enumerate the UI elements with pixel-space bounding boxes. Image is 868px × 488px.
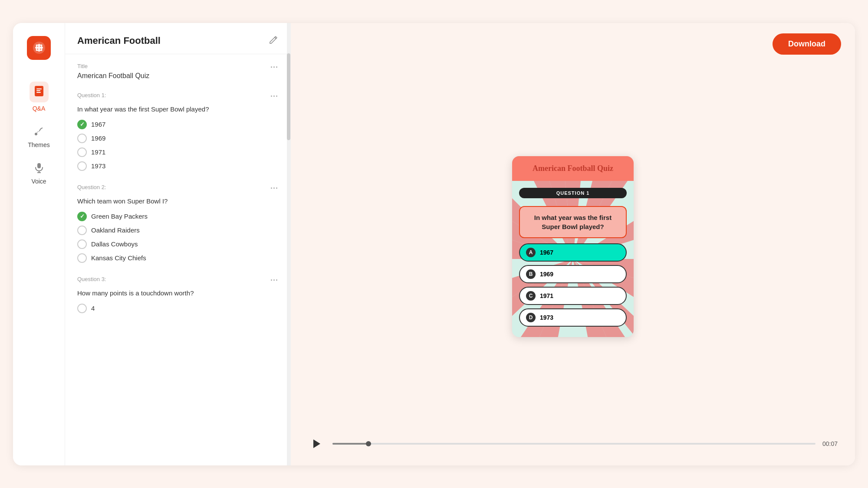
q2-answer-text-4: Kansas City Chiefs xyxy=(91,254,146,262)
time-display: 00:07 xyxy=(822,440,838,447)
q2-label-row: Question 2: ··· xyxy=(77,184,278,193)
q1-radio-4[interactable] xyxy=(77,161,87,171)
progress-fill xyxy=(332,443,371,445)
answer-letter-d: D xyxy=(526,313,536,322)
scrollable-content[interactable]: Title ··· American Football Quiz Questio… xyxy=(65,54,290,465)
question-badge: QUESTION 1 xyxy=(519,188,627,198)
answer-text-c: 1971 xyxy=(540,292,553,299)
question-2-block: Question 2: ··· Which team won Super Bow… xyxy=(77,184,278,263)
q1-label-row: Question 1: ··· xyxy=(77,92,278,101)
preview-area: Download American Football Quiz xyxy=(291,23,855,465)
question-1-block: Question 1: ··· In what year was the fir… xyxy=(77,92,278,171)
quiz-card-inner: QUESTION 1 In what year was the first Su… xyxy=(519,188,627,327)
q1-radio-2[interactable] xyxy=(77,134,87,143)
q3-dots-menu[interactable]: ··· xyxy=(270,276,278,285)
title-row: Title ··· xyxy=(77,63,278,72)
svg-rect-4 xyxy=(36,90,40,91)
preview-answer-a: A 1967 xyxy=(519,243,627,262)
main-container: Q&A Themes Voice xyxy=(13,23,855,465)
q1-dots-menu[interactable]: ··· xyxy=(270,92,278,101)
preview-content: American Football Quiz xyxy=(291,65,855,428)
q2-text: Which team won Super Bowl I? xyxy=(77,197,278,206)
panel-title: American Football xyxy=(77,35,161,46)
progress-bar[interactable] xyxy=(332,443,815,445)
question-card-text: In what year was the first Super Bowl pl… xyxy=(519,206,627,238)
sidebar-item-qna[interactable]: Q&A xyxy=(17,77,61,116)
preview-answer-b: B 1969 xyxy=(519,265,627,283)
q1-answer-3[interactable]: 1971 xyxy=(77,147,278,157)
preview-answer-d: D 1973 xyxy=(519,308,627,327)
svg-point-6 xyxy=(35,133,37,135)
q2-dots-menu[interactable]: ··· xyxy=(270,184,278,193)
player-controls: 00:07 xyxy=(291,428,855,465)
q1-answer-2[interactable]: 1969 xyxy=(77,134,278,143)
quiz-card-title: American Football Quiz xyxy=(512,156,634,181)
q1-answer-text-4: 1973 xyxy=(91,162,105,170)
answer-text-d: 1973 xyxy=(540,314,553,321)
title-section: Title ··· American Football Quiz xyxy=(77,63,278,80)
mic-icon xyxy=(33,161,45,175)
scrollbar-track[interactable] xyxy=(287,23,290,465)
title-text: American Football Quiz xyxy=(77,72,149,79)
q3-radio-1[interactable] xyxy=(77,304,87,313)
answer-text-b: 1969 xyxy=(540,271,553,278)
app-logo[interactable] xyxy=(27,36,51,60)
sidebar-item-themes[interactable]: Themes xyxy=(17,121,61,153)
q2-radio-3[interactable] xyxy=(77,239,87,249)
edit-icon[interactable] xyxy=(269,35,278,47)
answer-text-a: 1967 xyxy=(540,249,553,256)
svg-marker-30 xyxy=(313,439,320,448)
svg-rect-3 xyxy=(36,88,42,89)
q2-answer-3[interactable]: Dallas Cowboys xyxy=(77,239,278,249)
brush-icon xyxy=(33,125,45,139)
q3-label: Question 3: xyxy=(77,276,106,282)
sidebar-item-qna-label: Q&A xyxy=(33,105,46,112)
answer-letter-b: B xyxy=(526,269,536,279)
q2-answer-1[interactable]: Green Bay Packers xyxy=(77,212,278,221)
q3-answer-1[interactable]: 4 xyxy=(77,304,278,313)
progress-dot xyxy=(366,441,371,446)
q3-text: How many points is a touchdown worth? xyxy=(77,288,278,298)
q1-answer-4[interactable]: 1973 xyxy=(77,161,278,171)
answer-letter-a: A xyxy=(526,248,536,257)
q2-radio-1[interactable] xyxy=(77,212,87,221)
q1-text: In what year was the first Super Bowl pl… xyxy=(77,105,278,114)
q1-label: Question 1: xyxy=(77,92,106,98)
q2-radio-2[interactable] xyxy=(77,226,87,235)
qna-icon-bg xyxy=(30,82,49,102)
answer-letter-c: C xyxy=(526,291,536,301)
q2-radio-4[interactable] xyxy=(77,253,87,263)
q1-answer-text-2: 1969 xyxy=(91,134,105,142)
q1-answer-text-1: 1967 xyxy=(91,121,105,128)
play-icon xyxy=(311,438,323,450)
sidebar-item-themes-label: Themes xyxy=(28,141,50,148)
q1-radio-3[interactable] xyxy=(77,147,87,157)
document-icon xyxy=(33,85,45,97)
question-3-block: Question 3: ··· How many points is a tou… xyxy=(77,276,278,313)
q2-answer-text-3: Dallas Cowboys xyxy=(91,240,138,248)
questions-panel: American Football Title ··· American Foo… xyxy=(65,23,291,465)
q3-answer-text-1: 4 xyxy=(91,305,95,312)
q2-label: Question 2: xyxy=(77,184,106,190)
play-button[interactable] xyxy=(308,435,326,452)
sidebar-item-voice[interactable]: Voice xyxy=(17,157,61,189)
scrollbar-thumb[interactable] xyxy=(287,53,290,140)
panel-header: American Football xyxy=(65,23,290,54)
q3-label-row: Question 3: ··· xyxy=(77,276,278,285)
sidebar: Q&A Themes Voice xyxy=(13,23,65,465)
preview-header: Download xyxy=(291,23,855,65)
q2-answer-text-2: Oakland Raiders xyxy=(91,226,140,234)
svg-point-1 xyxy=(37,46,41,50)
preview-answer-c: C 1971 xyxy=(519,287,627,305)
q2-answer-4[interactable]: Kansas City Chiefs xyxy=(77,253,278,263)
quiz-card: American Football Quiz xyxy=(512,156,634,337)
svg-rect-7 xyxy=(37,163,41,168)
q1-answer-text-3: 1971 xyxy=(91,148,105,156)
title-dots-menu[interactable]: ··· xyxy=(270,63,278,72)
download-button[interactable]: Download xyxy=(773,33,841,55)
q2-answer-2[interactable]: Oakland Raiders xyxy=(77,226,278,235)
quiz-card-body: QUESTION 1 In what year was the first Su… xyxy=(512,181,634,337)
q2-answer-text-1: Green Bay Packers xyxy=(91,213,148,220)
q1-radio-1[interactable] xyxy=(77,120,87,129)
q1-answer-1[interactable]: 1967 xyxy=(77,120,278,129)
